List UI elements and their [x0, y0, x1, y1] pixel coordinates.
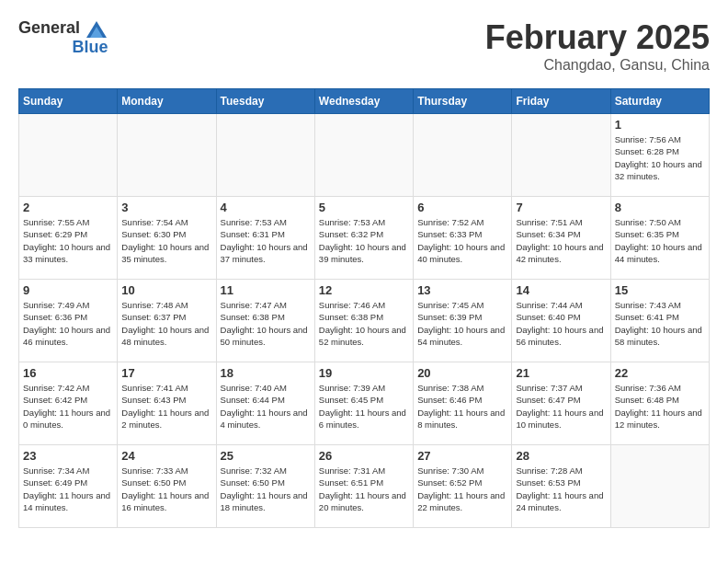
- day-info: Sunrise: 7:31 AM Sunset: 6:51 PM Dayligh…: [319, 465, 409, 513]
- calendar-day-cell: 18Sunrise: 7:40 AM Sunset: 6:44 PM Dayli…: [216, 362, 314, 445]
- day-info: Sunrise: 7:33 AM Sunset: 6:50 PM Dayligh…: [121, 465, 211, 513]
- day-number: 26: [319, 449, 409, 463]
- logo-blue: Blue: [72, 38, 108, 56]
- day-info: Sunrise: 7:32 AM Sunset: 6:50 PM Dayligh…: [221, 465, 311, 513]
- logo: General Blue: [18, 18, 108, 57]
- calendar-day-cell: 27Sunrise: 7:30 AM Sunset: 6:52 PM Dayli…: [414, 445, 512, 528]
- day-info: Sunrise: 7:46 AM Sunset: 6:38 PM Dayligh…: [319, 299, 409, 348]
- day-of-week-header: Monday: [118, 89, 216, 114]
- day-number: 21: [516, 366, 606, 380]
- calendar-table: SundayMondayTuesdayWednesdayThursdayFrid…: [18, 88, 710, 528]
- day-info: Sunrise: 7:42 AM Sunset: 6:42 PM Dayligh…: [23, 382, 113, 431]
- calendar-day-cell: [314, 114, 413, 197]
- day-number: 2: [23, 201, 113, 214]
- day-number: 3: [121, 201, 211, 214]
- calendar-day-cell: 12Sunrise: 7:46 AM Sunset: 6:38 PM Dayli…: [314, 280, 413, 362]
- calendar-day-cell: 5Sunrise: 7:53 AM Sunset: 6:32 PM Daylig…: [314, 197, 413, 280]
- location-subtitle: Changdao, Gansu, China: [485, 57, 710, 74]
- day-number: 8: [615, 201, 705, 214]
- calendar-day-cell: 2Sunrise: 7:55 AM Sunset: 6:29 PM Daylig…: [19, 197, 118, 280]
- calendar-week-row: 23Sunrise: 7:34 AM Sunset: 6:49 PM Dayli…: [19, 445, 710, 528]
- day-info: Sunrise: 7:28 AM Sunset: 6:53 PM Dayligh…: [516, 465, 606, 513]
- day-number: 25: [221, 449, 311, 463]
- calendar-week-row: 2Sunrise: 7:55 AM Sunset: 6:29 PM Daylig…: [19, 197, 710, 280]
- day-number: 22: [615, 366, 705, 380]
- day-number: 23: [23, 449, 113, 463]
- day-info: Sunrise: 7:47 AM Sunset: 6:38 PM Dayligh…: [221, 299, 311, 348]
- day-number: 14: [516, 283, 606, 297]
- day-info: Sunrise: 7:52 AM Sunset: 6:33 PM Dayligh…: [417, 216, 507, 265]
- calendar-day-cell: 1Sunrise: 7:56 AM Sunset: 6:28 PM Daylig…: [610, 114, 709, 197]
- day-number: 9: [23, 283, 113, 297]
- day-of-week-header: Thursday: [414, 89, 512, 114]
- calendar-day-cell: 4Sunrise: 7:53 AM Sunset: 6:31 PM Daylig…: [216, 197, 314, 280]
- calendar-day-cell: 7Sunrise: 7:51 AM Sunset: 6:34 PM Daylig…: [512, 197, 610, 280]
- day-number: 18: [221, 366, 311, 380]
- day-number: 4: [221, 201, 311, 214]
- calendar-day-cell: 9Sunrise: 7:49 AM Sunset: 6:36 PM Daylig…: [19, 280, 118, 362]
- title-area: February 2025 Changdao, Gansu, China: [485, 18, 710, 74]
- calendar-week-row: 9Sunrise: 7:49 AM Sunset: 6:36 PM Daylig…: [19, 280, 710, 362]
- day-number: 28: [516, 449, 606, 463]
- day-info: Sunrise: 7:56 AM Sunset: 6:28 PM Dayligh…: [615, 133, 705, 182]
- calendar-day-cell: 17Sunrise: 7:41 AM Sunset: 6:43 PM Dayli…: [118, 362, 216, 445]
- day-number: 11: [221, 283, 311, 297]
- calendar-day-cell: 6Sunrise: 7:52 AM Sunset: 6:33 PM Daylig…: [414, 197, 512, 280]
- day-info: Sunrise: 7:50 AM Sunset: 6:35 PM Dayligh…: [615, 216, 705, 265]
- day-info: Sunrise: 7:43 AM Sunset: 6:41 PM Dayligh…: [615, 299, 705, 348]
- day-number: 19: [319, 366, 409, 380]
- day-info: Sunrise: 7:53 AM Sunset: 6:32 PM Dayligh…: [319, 216, 409, 265]
- day-info: Sunrise: 7:49 AM Sunset: 6:36 PM Dayligh…: [23, 299, 113, 348]
- day-number: 1: [615, 118, 705, 132]
- day-info: Sunrise: 7:39 AM Sunset: 6:45 PM Dayligh…: [319, 382, 409, 431]
- day-info: Sunrise: 7:44 AM Sunset: 6:40 PM Dayligh…: [516, 299, 606, 348]
- day-number: 6: [417, 201, 507, 214]
- day-of-week-header: Tuesday: [216, 89, 314, 114]
- calendar-day-cell: 22Sunrise: 7:36 AM Sunset: 6:48 PM Dayli…: [610, 362, 709, 445]
- day-number: 15: [615, 283, 705, 297]
- day-info: Sunrise: 7:45 AM Sunset: 6:39 PM Dayligh…: [417, 299, 507, 348]
- day-info: Sunrise: 7:40 AM Sunset: 6:44 PM Dayligh…: [221, 382, 311, 431]
- calendar-day-cell: [610, 445, 709, 528]
- calendar-day-cell: 10Sunrise: 7:48 AM Sunset: 6:37 PM Dayli…: [118, 280, 216, 362]
- calendar-day-cell: 19Sunrise: 7:39 AM Sunset: 6:45 PM Dayli…: [314, 362, 413, 445]
- calendar-day-cell: [118, 114, 216, 197]
- day-info: Sunrise: 7:30 AM Sunset: 6:52 PM Dayligh…: [417, 465, 507, 513]
- day-info: Sunrise: 7:37 AM Sunset: 6:47 PM Dayligh…: [516, 382, 606, 431]
- calendar-day-cell: 14Sunrise: 7:44 AM Sunset: 6:40 PM Dayli…: [512, 280, 610, 362]
- day-number: 5: [319, 201, 409, 214]
- calendar-day-cell: 24Sunrise: 7:33 AM Sunset: 6:50 PM Dayli…: [118, 445, 216, 528]
- calendar-week-row: 16Sunrise: 7:42 AM Sunset: 6:42 PM Dayli…: [19, 362, 710, 445]
- day-number: 16: [23, 366, 113, 380]
- calendar-day-cell: 26Sunrise: 7:31 AM Sunset: 6:51 PM Dayli…: [314, 445, 413, 528]
- calendar-day-cell: 28Sunrise: 7:28 AM Sunset: 6:53 PM Dayli…: [512, 445, 610, 528]
- day-info: Sunrise: 7:38 AM Sunset: 6:46 PM Dayligh…: [417, 382, 507, 431]
- calendar-day-cell: 16Sunrise: 7:42 AM Sunset: 6:42 PM Dayli…: [19, 362, 118, 445]
- calendar-day-cell: 8Sunrise: 7:50 AM Sunset: 6:35 PM Daylig…: [610, 197, 709, 280]
- calendar-day-cell: [19, 114, 118, 197]
- day-number: 24: [121, 449, 211, 463]
- day-info: Sunrise: 7:41 AM Sunset: 6:43 PM Dayligh…: [121, 382, 211, 431]
- calendar-day-cell: [512, 114, 610, 197]
- day-info: Sunrise: 7:53 AM Sunset: 6:31 PM Dayligh…: [221, 216, 311, 265]
- calendar-day-cell: 20Sunrise: 7:38 AM Sunset: 6:46 PM Dayli…: [414, 362, 512, 445]
- day-of-week-header: Sunday: [19, 89, 118, 114]
- logo-general: General: [18, 18, 80, 37]
- calendar-header-row: SundayMondayTuesdayWednesdayThursdayFrid…: [19, 89, 710, 114]
- day-of-week-header: Wednesday: [314, 89, 413, 114]
- day-info: Sunrise: 7:55 AM Sunset: 6:29 PM Dayligh…: [23, 216, 113, 265]
- day-info: Sunrise: 7:51 AM Sunset: 6:34 PM Dayligh…: [516, 216, 606, 265]
- calendar-day-cell: 11Sunrise: 7:47 AM Sunset: 6:38 PM Dayli…: [216, 280, 314, 362]
- day-info: Sunrise: 7:54 AM Sunset: 6:30 PM Dayligh…: [121, 216, 211, 265]
- day-number: 17: [121, 366, 211, 380]
- day-info: Sunrise: 7:34 AM Sunset: 6:49 PM Dayligh…: [23, 465, 113, 513]
- day-info: Sunrise: 7:36 AM Sunset: 6:48 PM Dayligh…: [615, 382, 705, 431]
- calendar-day-cell: 15Sunrise: 7:43 AM Sunset: 6:41 PM Dayli…: [610, 280, 709, 362]
- day-of-week-header: Friday: [512, 89, 610, 114]
- month-year-title: February 2025: [485, 18, 710, 57]
- day-number: 20: [417, 366, 507, 380]
- day-info: Sunrise: 7:48 AM Sunset: 6:37 PM Dayligh…: [121, 299, 211, 348]
- calendar-week-row: 1Sunrise: 7:56 AM Sunset: 6:28 PM Daylig…: [19, 114, 710, 197]
- calendar-day-cell: 13Sunrise: 7:45 AM Sunset: 6:39 PM Dayli…: [414, 280, 512, 362]
- day-of-week-header: Saturday: [610, 89, 709, 114]
